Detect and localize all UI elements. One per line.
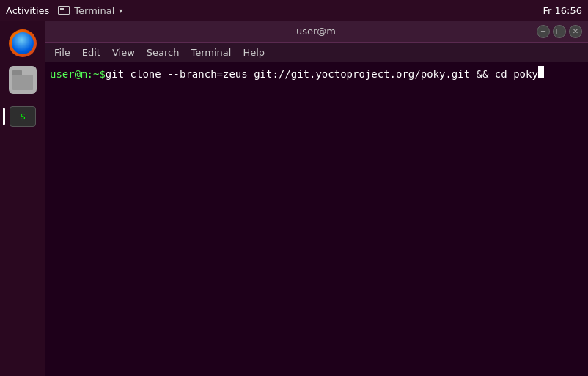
dock [0, 21, 45, 376]
menu-terminal[interactable]: Terminal [186, 45, 235, 59]
system-bar-left: Activities Terminal ▾ [6, 5, 122, 16]
terminal-dock-icon [10, 106, 36, 127]
menu-file[interactable]: File [50, 45, 75, 59]
terminal-command: git clone --branch=zeus git://git.yoctop… [106, 67, 538, 82]
dock-item-files[interactable] [6, 63, 40, 97]
menu-view[interactable]: View [108, 45, 139, 59]
terminal-titlebar: user@m ─ □ ✕ [45, 21, 588, 43]
dock-item-terminal[interactable] [6, 100, 40, 133]
close-button[interactable]: ✕ [569, 25, 582, 38]
menu-edit[interactable]: Edit [78, 45, 105, 59]
terminal-prompt: user@m:~$ [50, 67, 106, 82]
minimize-button[interactable]: ─ [537, 25, 550, 38]
terminal-cursor [538, 66, 544, 78]
system-bar: Activities Terminal ▾ Fr 16:56 [0, 0, 588, 21]
terminal-menubar: File Edit View Search Terminal Help [45, 43, 588, 62]
window-controls: ─ □ ✕ [537, 25, 582, 38]
terminal-window: user@m ─ □ ✕ File Edit View Search Termi… [45, 21, 588, 376]
maximize-button[interactable]: □ [553, 25, 566, 38]
activities-button[interactable]: Activities [6, 5, 49, 16]
terminal-app-icon [58, 6, 70, 15]
terminal-title: user@m [95, 26, 537, 37]
terminal-content[interactable]: user@m:~$ git clone --branch=zeus git://… [45, 62, 588, 376]
clock: Fr 16:56 [543, 5, 582, 16]
terminal-app-label: Terminal [74, 5, 114, 16]
dock-item-firefox[interactable] [6, 26, 40, 60]
menu-help[interactable]: Help [238, 45, 269, 59]
terminal-line-1: user@m:~$ git clone --branch=zeus git://… [50, 66, 584, 82]
terminal-app-indicator[interactable]: Terminal ▾ [58, 5, 122, 16]
firefox-icon [9, 29, 37, 57]
menu-search[interactable]: Search [142, 45, 184, 59]
terminal-app-dropdown-icon[interactable]: ▾ [119, 7, 122, 15]
